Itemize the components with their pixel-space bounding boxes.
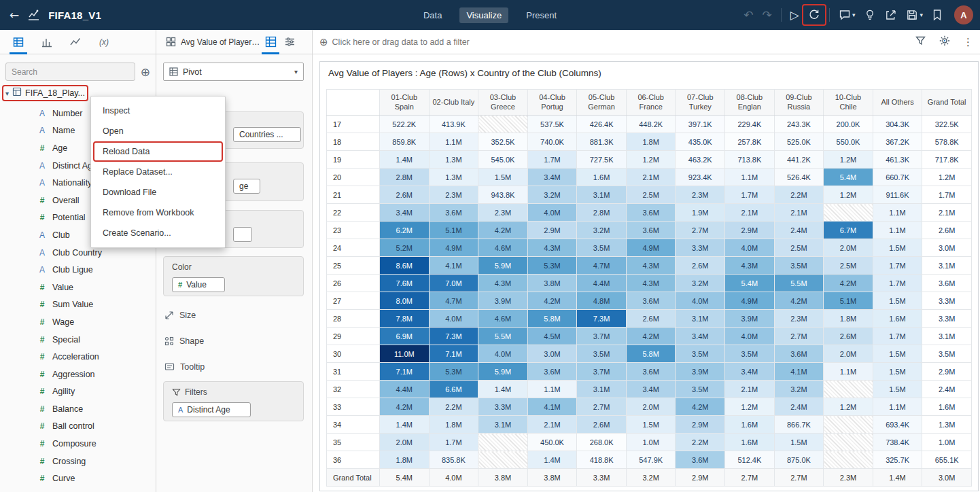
viz-type-select[interactable]: Pivot ▾ xyxy=(163,63,304,81)
pivot-row-header[interactable]: 36 xyxy=(327,451,380,469)
pill-columns[interactable]: ge xyxy=(233,179,260,194)
pivot-cell[interactable]: 2.8M xyxy=(577,204,627,222)
pivot-cell[interactable]: 2.4M xyxy=(774,398,824,416)
pivot-row-header[interactable]: 17 xyxy=(327,116,380,133)
pivot-cell[interactable]: 2.3M xyxy=(676,186,725,204)
pivot-cell[interactable]: 545.0K xyxy=(478,151,528,169)
pivot-cell[interactable]: 1.5M xyxy=(873,345,922,363)
pivot-cell[interactable]: 3.6M xyxy=(922,275,972,292)
pivot-cell[interactable]: 4.0M xyxy=(725,239,775,257)
pivot-cell[interactable]: 367.2K xyxy=(873,133,922,151)
pivot-cell[interactable]: 4.5M xyxy=(527,328,577,345)
pivot-cell[interactable]: 655.1K xyxy=(922,451,972,469)
pivot-cell[interactable]: 413.9K xyxy=(429,116,478,133)
pivot-cell[interactable]: 4.9M xyxy=(725,292,775,310)
pivot-cell[interactable]: 3.1M xyxy=(676,310,725,328)
pivot-cell[interactable]: 441.2K xyxy=(774,151,824,169)
field-item[interactable]: #Curve xyxy=(0,470,156,487)
pivot-cell[interactable]: 1.5M xyxy=(774,434,824,451)
pivot-row-header[interactable]: 33 xyxy=(327,398,380,416)
pivot-cell[interactable]: 3.9M xyxy=(676,363,725,381)
pivot-column-header[interactable]: 01-Club Spain xyxy=(380,90,430,116)
pivot-cell[interactable]: 7.0M xyxy=(429,275,478,292)
pivot-cell[interactable]: 2.9M xyxy=(725,222,775,239)
pivot-cell[interactable]: 740.0K xyxy=(527,133,577,151)
drop-zone-shape[interactable]: Shape xyxy=(164,333,204,349)
pivot-cell[interactable]: 1.1M xyxy=(824,363,873,381)
pivot-cell[interactable]: 3.1M xyxy=(922,328,972,345)
pivot-cell[interactable]: 660.7K xyxy=(873,169,922,186)
search-input[interactable] xyxy=(5,63,135,81)
pivot-cell[interactable]: 4.6M xyxy=(478,310,528,328)
pivot-cell[interactable]: 2.7M xyxy=(774,328,824,345)
pivot-cell[interactable]: 525.0K xyxy=(774,133,824,151)
drop-zone-filters[interactable]: Filters A Distinct Age xyxy=(163,381,304,421)
pivot-cell[interactable]: 2.9M xyxy=(527,222,577,239)
analytics-panel-tab[interactable] xyxy=(65,32,86,52)
pivot-cell[interactable]: 1.8M xyxy=(380,451,430,469)
context-menu-item[interactable]: Reload Data xyxy=(91,141,225,162)
pivot-cell[interactable]: 325.7K xyxy=(873,451,922,469)
pivot-cell[interactable]: 3.5M xyxy=(577,239,627,257)
pivot-cell[interactable]: 4.8M xyxy=(577,292,627,310)
pivot-cell[interactable]: 2.4M xyxy=(922,381,972,398)
tab-visualize[interactable]: Visualize xyxy=(459,7,508,23)
pivot-row-header[interactable]: 23 xyxy=(327,222,380,239)
pivot-cell[interactable]: 2.1M xyxy=(922,204,972,222)
pivot-cell[interactable]: 2.1M xyxy=(527,416,577,434)
field-item[interactable]: #Aggression xyxy=(0,366,156,383)
pivot-cell[interactable]: 3.7M xyxy=(577,363,627,381)
pivot-cell[interactable]: 7.1M xyxy=(429,345,478,363)
export-button[interactable] xyxy=(885,9,897,21)
pivot-cell[interactable]: 4.2M xyxy=(527,292,577,310)
pivot-cell[interactable]: 4.2M xyxy=(676,398,725,416)
pivot-cell[interactable]: 4.7M xyxy=(577,257,627,275)
pivot-cell[interactable]: 2.5M xyxy=(824,257,873,275)
pivot-cell[interactable]: 2.3M xyxy=(824,469,873,487)
pill-filter[interactable]: A Distinct Age xyxy=(172,402,251,417)
pivot-cell[interactable]: 3.2M xyxy=(527,186,577,204)
pivot-cell[interactable]: 3.5M xyxy=(676,345,725,363)
pivot-cell[interactable]: 1.6M xyxy=(725,416,775,434)
pivot-row-header[interactable]: 26 xyxy=(327,275,380,292)
pivot-cell[interactable]: 4.1M xyxy=(429,257,478,275)
field-item[interactable]: #Value xyxy=(0,279,156,296)
pivot-cell[interactable]: 859.8K xyxy=(380,133,430,151)
pivot-cell[interactable]: 1.4M xyxy=(380,151,430,169)
pivot-cell[interactable]: 7.3M xyxy=(577,310,627,328)
field-item[interactable]: AClub Ligue xyxy=(0,261,156,279)
pivot-cell[interactable]: 268.0K xyxy=(577,434,627,451)
pivot-cell[interactable]: 693.4K xyxy=(873,416,922,434)
field-item[interactable]: #Crossing xyxy=(0,453,156,470)
pivot-column-header[interactable]: Grand Total xyxy=(922,90,972,116)
pivot-cell[interactable]: 4.9M xyxy=(429,239,478,257)
pivot-cell[interactable]: 3.1M xyxy=(922,257,972,275)
pivot-cell[interactable]: 4.2M xyxy=(478,222,528,239)
pivot-cell[interactable]: 200.0K xyxy=(824,116,873,133)
pivot-cell[interactable]: 3.8M xyxy=(527,275,577,292)
pivot-cell[interactable]: 4.3M xyxy=(626,257,676,275)
context-menu-item[interactable]: Create Scenario... xyxy=(91,223,225,243)
pivot-cell[interactable]: 1.5M xyxy=(873,381,922,398)
pivot-cell[interactable]: 3.2M xyxy=(676,275,725,292)
pivot-cell[interactable]: 2.8M xyxy=(380,169,430,186)
pivot-cell[interactable]: 4.3M xyxy=(478,275,528,292)
pivot-column-header[interactable]: 07-Club Turkey xyxy=(676,90,725,116)
pivot-cell[interactable]: 257.8K xyxy=(725,133,775,151)
pivot-cell[interactable]: 2.3M xyxy=(429,186,478,204)
field-item[interactable]: #Sum Value xyxy=(0,296,156,314)
pivot-column-header[interactable]: 06-Club France xyxy=(626,90,676,116)
pivot-row-header[interactable]: 34 xyxy=(327,416,380,434)
pivot-visualization[interactable]: Avg Value of Players : Age (Rows) x Coun… xyxy=(319,61,979,491)
pivot-cell[interactable]: 2.1M xyxy=(774,204,824,222)
pivot-cell[interactable]: 835.8K xyxy=(429,451,478,469)
pivot-cell[interactable]: 3.8M xyxy=(478,469,528,487)
pivot-cell[interactable]: 5.8M xyxy=(626,345,676,363)
pivot-cell[interactable]: 6.7M xyxy=(824,222,873,239)
context-menu-item[interactable]: Replace Dataset... xyxy=(91,162,225,182)
pivot-cell[interactable] xyxy=(824,204,873,222)
pivot-cell[interactable]: 1.4M xyxy=(380,416,430,434)
pivot-cell[interactable]: 4.2M xyxy=(380,398,430,416)
pivot-cell[interactable]: 1.1M xyxy=(873,222,922,239)
pivot-row-header[interactable]: 19 xyxy=(327,151,380,169)
